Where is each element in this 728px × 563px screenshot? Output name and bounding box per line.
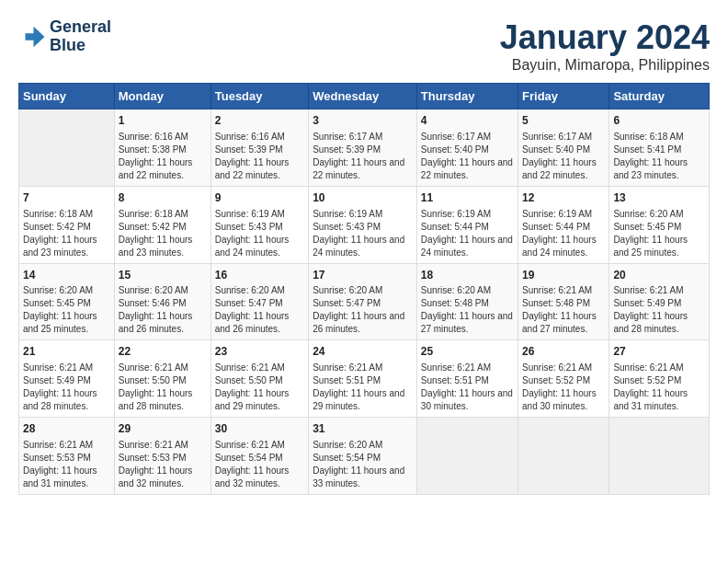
day-number: 6 [613,113,705,129]
cell-info: Sunrise: 6:20 AMSunset: 5:46 PMDaylight:… [119,284,207,336]
calendar-cell: 7Sunrise: 6:18 AMSunset: 5:42 PMDaylight… [19,186,115,263]
week-row-2: 7Sunrise: 6:18 AMSunset: 5:42 PMDaylight… [19,186,710,263]
cell-info: Sunrise: 6:19 AMSunset: 5:43 PMDaylight:… [313,208,413,259]
calendar-cell: 30Sunrise: 6:21 AMSunset: 5:54 PMDayligh… [210,418,308,495]
calendar-body: 1Sunrise: 6:16 AMSunset: 5:38 PMDaylight… [19,109,710,495]
calendar-cell: 6Sunrise: 6:18 AMSunset: 5:41 PMDaylight… [609,109,710,187]
day-number: 9 [215,190,304,206]
day-number: 24 [313,344,413,360]
calendar-cell: 20Sunrise: 6:21 AMSunset: 5:49 PMDayligh… [609,263,710,340]
cell-info: Sunrise: 6:20 AMSunset: 5:47 PMDaylight:… [215,284,304,336]
day-number: 29 [119,421,207,437]
cell-info: Sunrise: 6:21 AMSunset: 5:53 PMDaylight:… [119,439,207,490]
calendar-cell: 19Sunrise: 6:21 AMSunset: 5:48 PMDayligh… [518,263,609,340]
cell-info: Sunrise: 6:20 AMSunset: 5:54 PMDaylight:… [313,439,413,490]
header-cell-sunday: Sunday [19,84,115,109]
cell-info: Sunrise: 6:21 AMSunset: 5:49 PMDaylight:… [613,284,705,336]
subtitle: Bayuin, Mimaropa, Philippines [500,57,710,74]
calendar-cell: 22Sunrise: 6:21 AMSunset: 5:50 PMDayligh… [114,340,210,418]
day-number: 7 [23,190,110,206]
calendar-cell: 4Sunrise: 6:17 AMSunset: 5:40 PMDaylight… [416,109,518,187]
header-cell-wednesday: Wednesday [309,84,417,109]
header-cell-friday: Friday [518,84,609,109]
calendar-cell: 17Sunrise: 6:20 AMSunset: 5:47 PMDayligh… [309,263,417,340]
calendar-cell: 5Sunrise: 6:17 AMSunset: 5:40 PMDaylight… [518,109,609,187]
calendar-cell: 14Sunrise: 6:20 AMSunset: 5:45 PMDayligh… [19,263,115,340]
cell-info: Sunrise: 6:19 AMSunset: 5:44 PMDaylight:… [522,208,605,259]
logo-text-line1: General [50,18,111,37]
cell-info: Sunrise: 6:21 AMSunset: 5:51 PMDaylight:… [421,362,514,413]
calendar-cell: 29Sunrise: 6:21 AMSunset: 5:53 PMDayligh… [114,418,210,495]
calendar-table: SundayMondayTuesdayWednesdayThursdayFrid… [18,83,710,495]
calendar-cell [518,418,609,495]
calendar-header: SundayMondayTuesdayWednesdayThursdayFrid… [19,84,710,109]
cell-info: Sunrise: 6:20 AMSunset: 5:47 PMDaylight:… [313,284,413,336]
calendar-cell: 23Sunrise: 6:21 AMSunset: 5:50 PMDayligh… [210,340,308,418]
day-number: 1 [119,113,207,129]
week-row-5: 28Sunrise: 6:21 AMSunset: 5:53 PMDayligh… [19,418,710,495]
cell-info: Sunrise: 6:20 AMSunset: 5:48 PMDaylight:… [421,284,514,336]
cell-info: Sunrise: 6:21 AMSunset: 5:49 PMDaylight:… [23,362,110,413]
header-cell-monday: Monday [114,84,210,109]
day-number: 3 [313,113,413,129]
day-number: 27 [613,344,705,360]
cell-info: Sunrise: 6:21 AMSunset: 5:50 PMDaylight:… [119,362,207,413]
calendar-cell: 26Sunrise: 6:21 AMSunset: 5:52 PMDayligh… [518,340,609,418]
day-number: 21 [23,344,110,360]
logo-text-line2: Blue [50,37,111,55]
calendar-cell [609,418,710,495]
week-row-3: 14Sunrise: 6:20 AMSunset: 5:45 PMDayligh… [19,263,710,340]
cell-info: Sunrise: 6:16 AMSunset: 5:38 PMDaylight:… [119,131,207,182]
day-number: 8 [119,190,207,206]
cell-info: Sunrise: 6:20 AMSunset: 5:45 PMDaylight:… [613,208,705,259]
calendar-cell: 21Sunrise: 6:21 AMSunset: 5:49 PMDayligh… [19,340,115,418]
calendar-cell: 18Sunrise: 6:20 AMSunset: 5:48 PMDayligh… [416,263,518,340]
cell-info: Sunrise: 6:21 AMSunset: 5:48 PMDaylight:… [522,284,605,336]
calendar-cell: 8Sunrise: 6:18 AMSunset: 5:42 PMDaylight… [114,186,210,263]
week-row-1: 1Sunrise: 6:16 AMSunset: 5:38 PMDaylight… [19,109,710,187]
header-row: SundayMondayTuesdayWednesdayThursdayFrid… [19,84,710,109]
cell-info: Sunrise: 6:21 AMSunset: 5:52 PMDaylight:… [522,362,605,413]
calendar-cell: 1Sunrise: 6:16 AMSunset: 5:38 PMDaylight… [114,109,210,187]
day-number: 2 [215,113,304,129]
cell-info: Sunrise: 6:21 AMSunset: 5:53 PMDaylight:… [23,439,110,490]
day-number: 5 [522,113,605,129]
cell-info: Sunrise: 6:19 AMSunset: 5:43 PMDaylight:… [215,208,304,259]
cell-info: Sunrise: 6:21 AMSunset: 5:52 PMDaylight:… [613,362,705,413]
cell-info: Sunrise: 6:21 AMSunset: 5:50 PMDaylight:… [215,362,304,413]
calendar-cell: 3Sunrise: 6:17 AMSunset: 5:39 PMDaylight… [309,109,417,187]
logo-icon [18,23,46,51]
cell-info: Sunrise: 6:17 AMSunset: 5:40 PMDaylight:… [421,131,514,182]
cell-info: Sunrise: 6:17 AMSunset: 5:39 PMDaylight:… [313,131,413,182]
cell-info: Sunrise: 6:21 AMSunset: 5:54 PMDaylight:… [215,439,304,490]
calendar-cell: 24Sunrise: 6:21 AMSunset: 5:51 PMDayligh… [309,340,417,418]
day-number: 30 [215,421,304,437]
day-number: 22 [119,344,207,360]
day-number: 4 [421,113,514,129]
calendar-cell [19,109,115,187]
day-number: 14 [23,268,110,283]
day-number: 16 [215,268,304,283]
calendar-cell: 16Sunrise: 6:20 AMSunset: 5:47 PMDayligh… [210,263,308,340]
cell-info: Sunrise: 6:18 AMSunset: 5:42 PMDaylight:… [23,208,110,259]
title-area: January 2024 Bayuin, Mimaropa, Philippin… [500,18,710,74]
day-number: 20 [613,268,705,283]
calendar-cell: 28Sunrise: 6:21 AMSunset: 5:53 PMDayligh… [19,418,115,495]
calendar-cell: 10Sunrise: 6:19 AMSunset: 5:43 PMDayligh… [309,186,417,263]
calendar-cell: 27Sunrise: 6:21 AMSunset: 5:52 PMDayligh… [609,340,710,418]
main-title: January 2024 [500,18,710,57]
calendar-cell: 11Sunrise: 6:19 AMSunset: 5:44 PMDayligh… [416,186,518,263]
week-row-4: 21Sunrise: 6:21 AMSunset: 5:49 PMDayligh… [19,340,710,418]
day-number: 23 [215,344,304,360]
logo: General Blue [18,18,111,55]
calendar-cell: 15Sunrise: 6:20 AMSunset: 5:46 PMDayligh… [114,263,210,340]
day-number: 11 [421,190,514,206]
calendar-cell: 2Sunrise: 6:16 AMSunset: 5:39 PMDaylight… [210,109,308,187]
header-cell-thursday: Thursday [416,84,518,109]
day-number: 17 [313,268,413,283]
cell-info: Sunrise: 6:20 AMSunset: 5:45 PMDaylight:… [23,284,110,336]
calendar-cell: 31Sunrise: 6:20 AMSunset: 5:54 PMDayligh… [309,418,417,495]
calendar-cell: 12Sunrise: 6:19 AMSunset: 5:44 PMDayligh… [518,186,609,263]
calendar-cell: 9Sunrise: 6:19 AMSunset: 5:43 PMDaylight… [210,186,308,263]
day-number: 26 [522,344,605,360]
